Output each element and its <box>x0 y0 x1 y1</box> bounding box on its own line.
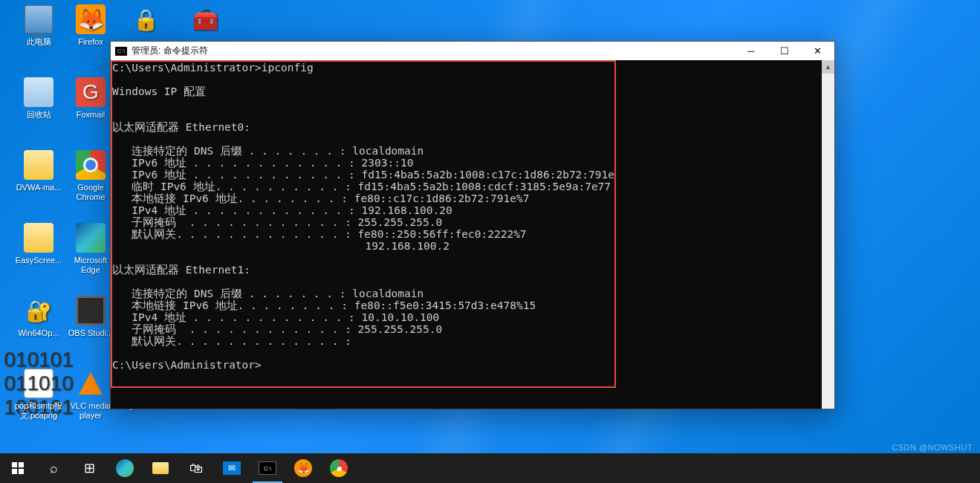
adapter1-title: 以太网适配器 Ethernet1: <box>112 264 250 276</box>
icon-label: Firefox <box>65 37 116 47</box>
cmd-body: C:\Users\Administrator>ipconfig Windows … <box>111 60 834 409</box>
minimize-button[interactable]: ─ <box>734 42 768 60</box>
terminal-output[interactable]: C:\Users\Administrator>ipconfig Windows … <box>111 60 822 409</box>
desktop-icon-dvwa[interactable]: DVWA-ma... <box>13 150 64 192</box>
chrome-icon <box>76 150 106 180</box>
folder-icon <box>24 223 53 253</box>
desktop-icon-easyscreen[interactable]: EasyScree... <box>13 223 64 265</box>
a0-gateway-2: 192.168.100.2 <box>112 240 450 252</box>
desktop-icon-keys[interactable]: 🔒 <box>120 4 171 37</box>
key-icon: 🔐 <box>24 296 53 325</box>
a0-dns-suffix: 连接特定的 DNS 后缀 . . . . . . . : localdomain <box>112 145 424 157</box>
desktop-icon-win64op[interactable]: 🔐 Win64Op... <box>13 296 64 338</box>
desktop-icon-pcap[interactable]: 010101011010100101 pop和smtp报文.pcapng <box>13 369 64 421</box>
tool-icon: 🧰 <box>190 4 220 34</box>
prompt-line-2: C:\Users\Administrator> <box>112 359 262 371</box>
desktop-icon-this-pc[interactable]: 此电脑 <box>13 4 64 47</box>
taskbar-edge[interactable] <box>107 453 143 483</box>
firefox-icon: 🦊 <box>294 459 312 477</box>
a0-subnet: 子网掩码 . . . . . . . . . . . . : 255.255.2… <box>112 216 442 228</box>
desktop-icon-tool[interactable]: 🧰 <box>180 4 230 37</box>
icon-label: VLC media player <box>65 401 116 421</box>
prompt-line: C:\Users\Administrator>ipconfig <box>112 62 314 74</box>
icon-label: DVWA-ma... <box>13 183 64 192</box>
windows-icon <box>12 462 24 474</box>
search-icon: ⌕ <box>50 461 58 476</box>
desktop-icon-chrome[interactable]: Google Chrome <box>65 150 116 202</box>
a1-gateway: 默认网关. . . . . . . . . . . . . : <box>112 335 351 347</box>
close-button[interactable]: ✕ <box>801 42 834 60</box>
edge-icon <box>76 223 106 253</box>
a0-link-local: 本地链接 IPv6 地址. . . . . . . . : fe80::c17c… <box>112 192 529 204</box>
a1-ipv4: IPv4 地址 . . . . . . . . . . . . : 10.10.… <box>112 311 439 323</box>
a0-ipv6-2: IPv6 地址 . . . . . . . . . . . . : fd15:4… <box>112 169 614 181</box>
mail-icon: ✉ <box>223 461 241 475</box>
file-icon: 010101011010100101 <box>24 369 53 398</box>
search-button[interactable]: ⌕ <box>36 453 71 483</box>
foxmail-icon: G <box>76 77 106 107</box>
svg-rect-3 <box>19 469 24 474</box>
maximize-button[interactable]: ☐ <box>768 42 801 60</box>
taskbar-firefox[interactable]: 🦊 <box>285 453 321 483</box>
a0-temp-ipv6: 临时 IPv6 地址. . . . . . . . . . : fd15:4ba… <box>112 181 611 192</box>
taskbar-chrome[interactable] <box>321 453 357 483</box>
titlebar[interactable]: C:\ 管理员: 命令提示符 ─ ☐ ✕ <box>111 42 834 60</box>
edge-icon <box>116 459 134 477</box>
svg-rect-2 <box>12 469 17 474</box>
icon-label: OBS Studi... <box>65 328 116 338</box>
task-view-button[interactable]: ⊞ <box>71 453 107 483</box>
icon-label: EasyScree... <box>13 256 64 265</box>
folder-icon <box>24 150 53 180</box>
desktop-icon-obs[interactable]: OBS Studi... <box>65 296 116 338</box>
folder-icon <box>152 462 169 474</box>
desktop-icon-vlc[interactable]: VLC media player <box>65 369 116 421</box>
a1-link-local: 本地链接 IPv6 地址. . . . . . . . : fe80::f5e0… <box>112 299 536 311</box>
task-view-icon: ⊞ <box>84 460 95 476</box>
svg-rect-0 <box>12 462 17 467</box>
desktop-icon-edge[interactable]: Microsoft Edge <box>65 223 116 275</box>
taskbar-mail[interactable]: ✉ <box>214 453 250 483</box>
cmd-window[interactable]: C:\ 管理员: 命令提示符 ─ ☐ ✕ C:\Users\Administra… <box>110 41 835 409</box>
chrome-icon <box>330 459 348 477</box>
taskbar-explorer[interactable] <box>143 453 178 483</box>
start-button[interactable] <box>0 453 36 483</box>
vlc-icon <box>76 369 106 398</box>
store-icon: 🛍 <box>189 461 203 476</box>
icon-label: 此电脑 <box>13 37 64 47</box>
window-title: 管理员: 命令提示符 <box>132 45 734 57</box>
icon-label: Google Chrome <box>65 183 116 202</box>
scrollbar[interactable]: ▲ <box>822 60 834 409</box>
scroll-up-button[interactable]: ▲ <box>822 60 834 74</box>
taskbar-cmd[interactable]: C:\ <box>250 453 285 483</box>
recycle-bin-icon <box>24 77 53 107</box>
firefox-icon: 🦊 <box>76 4 106 34</box>
a0-ipv4: IPv4 地址 . . . . . . . . . . . . : 192.16… <box>112 204 452 216</box>
taskbar-store[interactable]: 🛍 <box>178 453 214 483</box>
desktop-icon-recycle-bin[interactable]: 回收站 <box>13 77 64 120</box>
a1-dns-suffix: 连接特定的 DNS 后缀 . . . . . . . : localdomain <box>112 288 424 299</box>
pc-icon <box>24 4 53 34</box>
taskbar[interactable]: ⌕ ⊞ 🛍 ✉ C:\ 🦊 <box>0 453 980 483</box>
icon-label: Foxmail <box>65 110 116 120</box>
desktop-icon-foxmail[interactable]: G Foxmail <box>65 77 116 120</box>
obs-icon <box>76 296 106 325</box>
ipconfig-header: Windows IP 配置 <box>112 85 206 97</box>
icon-label: Win64Op... <box>13 328 64 338</box>
watermark: CSDN @NOWSHUT <box>892 443 973 452</box>
cmd-icon: C:\ <box>259 461 276 475</box>
svg-rect-1 <box>19 462 24 467</box>
icon-label: 回收站 <box>13 110 64 120</box>
desktop-icon-firefox[interactable]: 🦊 Firefox <box>65 4 116 47</box>
a0-ipv6-1: IPv6 地址 . . . . . . . . . . . . : 2303::… <box>112 157 413 169</box>
adapter0-title: 以太网适配器 Ethernet0: <box>112 121 250 133</box>
icon-label: Microsoft Edge <box>65 256 116 275</box>
lock-icon: 🔒 <box>131 4 160 34</box>
a1-subnet: 子网掩码 . . . . . . . . . . . . : 255.255.2… <box>112 323 442 335</box>
a0-gateway-1: 默认网关. . . . . . . . . . . . . : fe80::25… <box>112 228 527 240</box>
icon-label: pop和smtp报文.pcapng <box>13 401 64 421</box>
cmd-icon: C:\ <box>115 47 127 56</box>
